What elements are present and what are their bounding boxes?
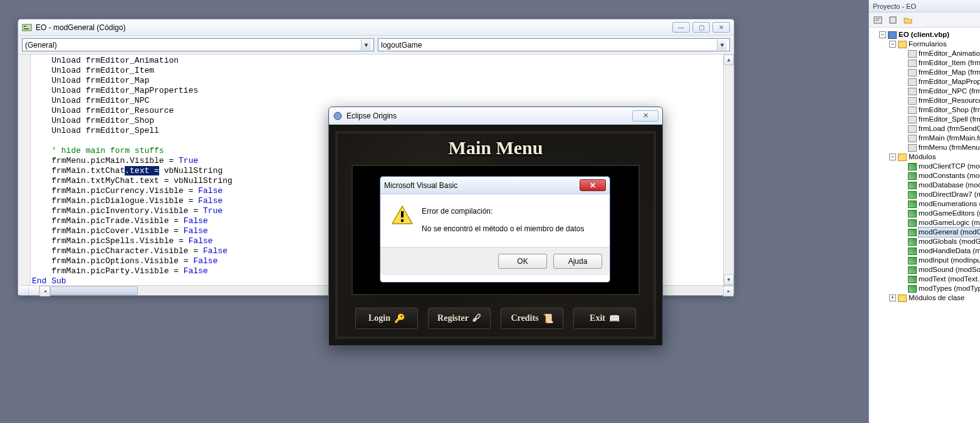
- code-window-titlebar[interactable]: EO - modGeneral (Código) — ▢ ✕: [18, 19, 734, 36]
- tree-form-item[interactable]: frmMain (frmMain.frr: [898, 133, 980, 143]
- code-combo-row: (General) ▼ logoutGame ▼: [18, 36, 734, 55]
- scroll-left-button[interactable]: ◂: [39, 286, 50, 296]
- login-button[interactable]: Login🔑: [355, 308, 418, 329]
- view-procedure-button[interactable]: [18, 286, 29, 295]
- tree-form-item[interactable]: frmEditor_Shop (frm: [898, 105, 980, 115]
- folder-icon: [898, 41, 907, 48]
- tree-module-item[interactable]: modHandleData (mo: [898, 246, 980, 256]
- tree-item-label: modClientTCP (modC: [919, 162, 980, 171]
- tree-module-item[interactable]: modClientTCP (modC: [898, 162, 980, 171]
- exit-button[interactable]: Exit📖: [573, 308, 636, 329]
- tree-root[interactable]: − EO (client.vbp): [878, 30, 980, 39]
- tree-form-item[interactable]: frmEditor_Map (frmE: [898, 68, 980, 77]
- form-icon: [908, 50, 917, 58]
- module-icon: [908, 210, 917, 217]
- view-full-button[interactable]: [29, 286, 39, 295]
- tree-item-label: modTypes (modType: [919, 284, 980, 293]
- tree-form-item[interactable]: frmEditor_Animation: [898, 49, 980, 58]
- module-icon: [908, 191, 917, 199]
- tree-folder-class-modules[interactable]: + Módulos de clase: [888, 293, 980, 303]
- svg-rect-0: [23, 24, 31, 31]
- view-object-button[interactable]: [887, 14, 899, 26]
- tree-module-item[interactable]: modDirectDraw7 (mc: [898, 190, 980, 199]
- warning-icon: [392, 206, 413, 224]
- project-icon: [888, 31, 897, 39]
- tree-module-item[interactable]: modText (modText.b: [898, 274, 980, 284]
- game-titlebar[interactable]: Eclipse Origins ✕: [329, 107, 662, 125]
- module-icon: [908, 182, 917, 189]
- tree-form-item[interactable]: frmEditor_MapPrope: [898, 77, 980, 86]
- tree-form-item[interactable]: frmLoad (frmSendGe: [898, 124, 980, 133]
- hscroll-thumb[interactable]: [50, 286, 138, 295]
- module-icon: [908, 285, 917, 293]
- game-window-title: Eclipse Origins: [347, 112, 632, 120]
- svg-rect-1: [24, 26, 26, 27]
- collapse-icon[interactable]: −: [889, 154, 896, 160]
- tree-form-item[interactable]: frmEditor_Item (frmE: [898, 58, 980, 68]
- scroll-icon: 📜: [543, 313, 553, 324]
- tree-module-item[interactable]: modSound (modSour: [898, 265, 980, 274]
- tree-module-item[interactable]: modTypes (modType: [898, 284, 980, 293]
- form-icon: [908, 97, 917, 105]
- tree-item-label: modDirectDraw7 (mc: [919, 190, 980, 199]
- tree-item-label: modDatabase (modD: [919, 180, 980, 190]
- class-modules-folder-label: Módulos de clase: [909, 293, 965, 303]
- code-window-title: EO - modGeneral (Código): [36, 23, 670, 32]
- minimize-button[interactable]: —: [672, 22, 690, 33]
- collapse-icon[interactable]: −: [889, 41, 896, 48]
- form-icon: [908, 144, 917, 152]
- tree-form-item[interactable]: frmEditor_NPC (frmE: [898, 86, 980, 96]
- error-titlebar[interactable]: Microsoft Visual Basic ✕: [380, 177, 610, 194]
- game-close-button[interactable]: ✕: [632, 110, 659, 122]
- procedure-combo-value: logoutGame: [381, 41, 422, 50]
- tree-item-label: frmEditor_Item (frmE: [919, 58, 980, 68]
- procedure-combo[interactable]: logoutGame ▼: [378, 38, 730, 51]
- module-icon: [908, 266, 917, 274]
- view-code-button[interactable]: [872, 14, 884, 26]
- error-line2: No se encontró el método o el miembro de…: [422, 223, 584, 234]
- vertical-scrollbar[interactable]: ▲ ▼: [723, 55, 734, 285]
- tree-folder-modules[interactable]: − Módulos: [888, 152, 980, 162]
- tree-module-item[interactable]: modEnumerations (m: [898, 199, 980, 209]
- form-icon: [908, 69, 917, 76]
- tree-item-label: modSound (modSour: [919, 265, 980, 274]
- tree-folder-forms[interactable]: − Formularios: [888, 39, 980, 49]
- tree-module-item[interactable]: modGlobals (modGlol: [898, 237, 980, 246]
- close-button[interactable]: ✕: [712, 22, 730, 33]
- error-body: Error de compilación: No se encontró el …: [380, 194, 610, 247]
- scroll-right-button[interactable]: ▸: [723, 286, 734, 296]
- ok-button[interactable]: OK: [498, 254, 547, 269]
- scroll-down-button[interactable]: ▼: [724, 274, 734, 285]
- tree-form-item[interactable]: frmEditor_Resource: [898, 96, 980, 105]
- maximize-button[interactable]: ▢: [692, 22, 710, 33]
- expand-icon[interactable]: +: [889, 295, 896, 301]
- help-button[interactable]: Ajuda: [553, 254, 602, 269]
- tree-module-item[interactable]: modDatabase (modD: [898, 180, 980, 190]
- register-button[interactable]: Register🖋: [428, 308, 491, 329]
- tree-module-item[interactable]: modInput (modInput: [898, 256, 980, 265]
- tree-module-item[interactable]: modGameEditors (mc: [898, 209, 980, 218]
- collapse-icon[interactable]: −: [879, 31, 886, 38]
- project-tree[interactable]: − EO (client.vbp) − Formularios frmEdito…: [869, 28, 980, 305]
- svg-point-3: [334, 112, 341, 120]
- object-combo[interactable]: (General) ▼: [22, 38, 374, 51]
- tree-module-item[interactable]: modConstants (mod: [898, 171, 980, 180]
- svg-rect-6: [401, 219, 404, 222]
- tree-item-label: frmMenu (frmMenu.f: [919, 143, 980, 152]
- tree-item-label: modGeneral (modGe: [919, 227, 980, 237]
- module-icon: [908, 248, 917, 255]
- scroll-up-button[interactable]: ▲: [724, 55, 734, 65]
- tree-form-item[interactable]: frmEditor_Spell (frm: [898, 115, 980, 124]
- module-icon: [908, 257, 917, 264]
- folder-icon: [898, 295, 907, 302]
- tree-module-item[interactable]: modGeneral (modGe: [898, 227, 980, 237]
- tree-item-label: modEnumerations (m: [919, 199, 980, 209]
- project-panel-header[interactable]: Proyecto - EO: [869, 0, 980, 13]
- tree-module-item[interactable]: modGameLogic (mod: [898, 218, 980, 227]
- error-close-button[interactable]: ✕: [580, 179, 606, 191]
- tree-item-label: modGameEditors (mc: [919, 209, 980, 218]
- svg-rect-2: [24, 28, 29, 29]
- toggle-folders-button[interactable]: [902, 14, 914, 26]
- tree-form-item[interactable]: frmMenu (frmMenu.f: [898, 143, 980, 152]
- credits-button[interactable]: Credits📜: [501, 308, 563, 329]
